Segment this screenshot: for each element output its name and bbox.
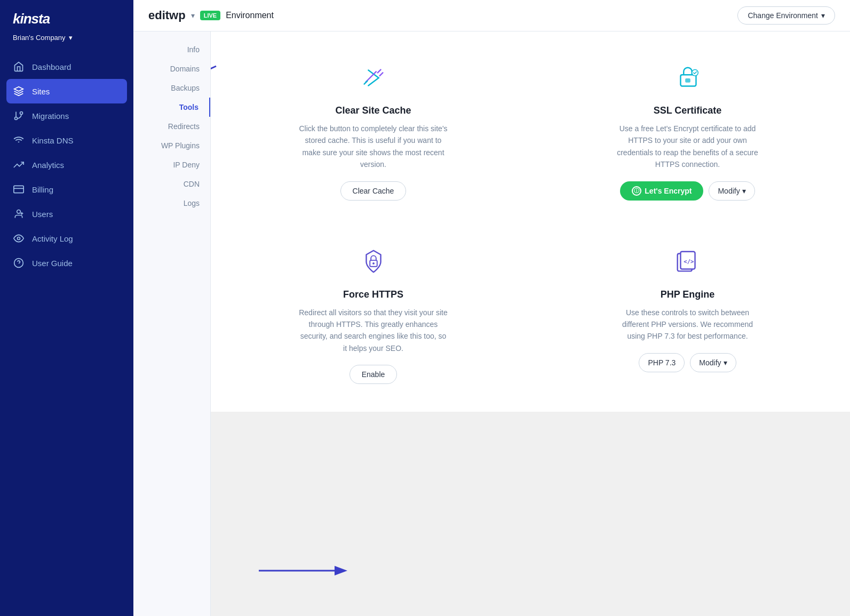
enable-https-button[interactable]: Enable: [349, 365, 398, 384]
svg-point-10: [18, 237, 20, 240]
svg-rect-14: [685, 78, 690, 83]
ssl-title: SSL Certificate: [654, 105, 722, 116]
force-https-icon: [355, 243, 392, 281]
site-chevron-icon[interactable]: ▾: [191, 11, 195, 20]
sidebar-item-sites[interactable]: Sites: [6, 79, 127, 103]
tools-grid: Clear Site Cache Click the button to com…: [232, 49, 829, 395]
php-icon: </>: [669, 243, 706, 281]
company-selector[interactable]: Brian's Company ▾: [0, 31, 133, 50]
sidebar-label-billing: Billing: [32, 185, 53, 194]
subnav-item-cdn[interactable]: CDN: [133, 174, 210, 194]
clear-cache-desc: Click the button to completely clear thi…: [299, 123, 448, 171]
ssl-actions: ⓘ Let's Encrypt Modify ▾: [620, 181, 754, 201]
sidebar-item-users[interactable]: Users: [0, 202, 133, 226]
wifi-icon: [13, 134, 25, 146]
ssl-desc: Use a free Let's Encrypt certificate to …: [613, 123, 762, 171]
info-icon: ⓘ: [632, 186, 641, 196]
trending-up-icon: [13, 159, 25, 171]
clear-cache-button[interactable]: Clear Cache: [340, 181, 407, 201]
subnav-item-info[interactable]: Info: [133, 40, 210, 59]
site-name: editwp: [148, 9, 186, 22]
subnav-item-wp-plugins[interactable]: WP Plugins: [133, 136, 210, 155]
subnav: Info Domains Backups Tools Redirects WP …: [133, 31, 211, 616]
php-version-button[interactable]: PHP 7.3: [639, 353, 685, 372]
sidebar-item-analytics[interactable]: Analytics: [0, 153, 133, 177]
sidebar-item-migrations[interactable]: Migrations: [0, 103, 133, 128]
tools-panel-wrapper: Clear Site Cache Click the button to com…: [211, 31, 850, 616]
svg-point-7: [17, 210, 21, 214]
sidebar-item-kinsta-dns[interactable]: Kinsta DNS: [0, 128, 133, 153]
svg-rect-5: [14, 186, 23, 193]
home-icon: [13, 61, 25, 73]
layers-icon: [13, 85, 25, 97]
subnav-item-redirects[interactable]: Redirects: [133, 117, 210, 136]
topbar-left: editwp ▾ LIVE Environment: [148, 9, 274, 22]
logo-area: kinsta: [0, 0, 133, 31]
clear-cache-title: Clear Site Cache: [335, 105, 411, 116]
content-area: Info Domains Backups Tools Redirects WP …: [133, 31, 850, 616]
main-content: editwp ▾ LIVE Environment Change Environ…: [133, 0, 850, 616]
eye-icon: [13, 233, 25, 244]
change-environment-button[interactable]: Change Environment ▾: [737, 6, 835, 25]
tool-card-force-https: Force HTTPS Redirect all visitors so tha…: [232, 233, 514, 395]
env-label: Environment: [226, 11, 274, 20]
subnav-item-logs[interactable]: Logs: [133, 194, 210, 213]
topbar: editwp ▾ LIVE Environment Change Environ…: [133, 0, 850, 31]
git-branch-icon: [13, 110, 25, 122]
live-badge: LIVE: [200, 11, 220, 20]
force-https-desc: Redirect all visitors so that they visit…: [299, 307, 448, 355]
subnav-item-ip-deny[interactable]: IP Deny: [133, 155, 210, 174]
sidebar-label-users: Users: [32, 210, 53, 219]
force-https-actions: Enable: [349, 365, 398, 384]
chevron-down-icon: ▾: [69, 34, 73, 42]
brand-logo: kinsta: [13, 11, 121, 27]
force-https-title: Force HTTPS: [343, 289, 403, 300]
modify-ssl-label: Modify: [718, 187, 740, 195]
tool-card-ssl: SSL Certificate Use a free Let's Encrypt…: [546, 49, 829, 211]
php-title: PHP Engine: [661, 289, 715, 300]
lets-encrypt-button[interactable]: ⓘ Let's Encrypt: [620, 181, 703, 201]
sidebar-label-analytics: Analytics: [32, 161, 64, 170]
svg-point-3: [15, 117, 18, 120]
sidebar-item-dashboard[interactable]: Dashboard: [0, 54, 133, 79]
change-env-label: Change Environment: [748, 11, 818, 20]
tool-card-clear-cache: Clear Site Cache Click the button to com…: [232, 49, 514, 211]
tool-card-php: </> PHP Engine Use these controls to swi…: [546, 233, 829, 395]
user-plus-icon: [13, 208, 25, 220]
sidebar-label-activity-log: Activity Log: [32, 234, 73, 243]
sidebar-label-user-guide: User Guide: [32, 259, 73, 268]
modify-ssl-button[interactable]: Modify ▾: [709, 181, 754, 201]
credit-card-icon: [13, 183, 25, 195]
sidebar-label-migrations: Migrations: [32, 111, 69, 121]
php-desc: Use these controls to switch between dif…: [613, 307, 762, 342]
modify-php-label: Modify: [699, 358, 721, 367]
sidebar-label-kinsta-dns: Kinsta DNS: [32, 136, 74, 145]
subnav-item-tools[interactable]: Tools: [133, 98, 210, 117]
sidebar-item-billing[interactable]: Billing: [0, 177, 133, 202]
tools-panel: Clear Site Cache Click the button to com…: [211, 31, 850, 412]
php-actions: PHP 7.3 Modify ▾: [639, 353, 736, 372]
lets-encrypt-label: Let's Encrypt: [645, 187, 692, 195]
clear-cache-actions: Clear Cache: [340, 181, 407, 201]
svg-text:</>: </>: [684, 258, 694, 265]
sidebar-label-dashboard: Dashboard: [32, 62, 71, 71]
ssl-icon: [669, 59, 706, 97]
sidebar-nav: Dashboard Sites: [0, 50, 133, 616]
modify-php-button[interactable]: Modify ▾: [690, 353, 736, 372]
chevron-down-icon: ▾: [742, 187, 746, 195]
php-version-label: PHP 7.3: [648, 358, 676, 367]
svg-point-2: [20, 112, 23, 115]
sidebar-item-activity-log[interactable]: Activity Log: [0, 226, 133, 251]
sidebar-item-user-guide[interactable]: User Guide: [0, 251, 133, 275]
subnav-item-backups[interactable]: Backups: [133, 78, 210, 98]
chevron-down-icon: ▾: [724, 358, 727, 367]
sidebar-label-sites: Sites: [32, 87, 50, 96]
svg-marker-0: [14, 87, 23, 91]
help-circle-icon: [13, 257, 25, 269]
clear-cache-icon: [355, 59, 392, 97]
subnav-item-domains[interactable]: Domains: [133, 59, 210, 78]
chevron-down-icon: ▾: [821, 11, 825, 20]
svg-point-17: [372, 262, 375, 265]
company-name: Brian's Company: [13, 34, 66, 42]
arrow-annotation-enable: [253, 557, 360, 584]
